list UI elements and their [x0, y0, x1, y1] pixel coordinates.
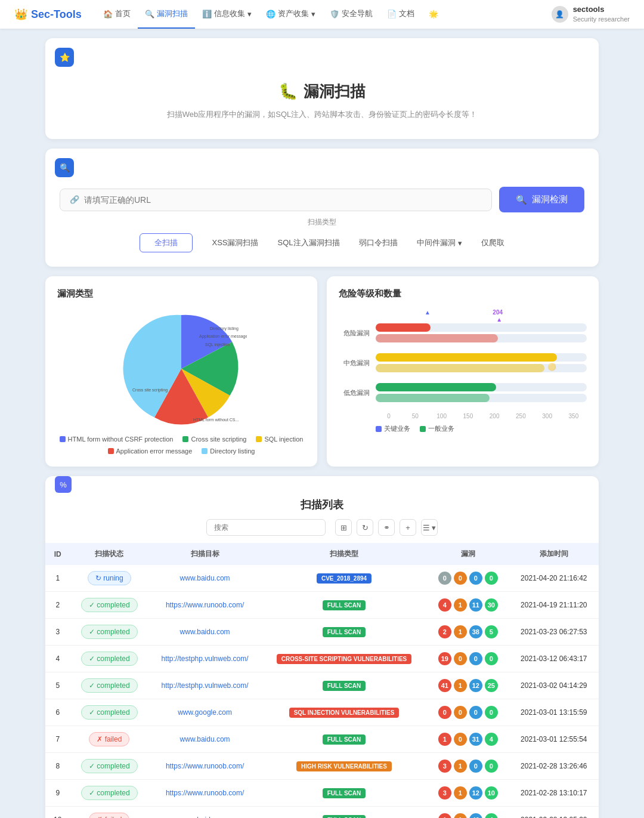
vuln-dot: 3	[438, 760, 451, 773]
cell-status: ↻ runing	[70, 565, 148, 592]
nav-star[interactable]: 🌟	[422, 0, 445, 29]
list-icon[interactable]: ☰ ▾	[421, 519, 438, 536]
asset-icon: 🌐	[266, 10, 275, 18]
bar-tracks-medium: 🟡	[376, 353, 587, 372]
target-link-5[interactable]: http://testphp.vulnweb.com/	[162, 681, 249, 690]
site-logo[interactable]: 👑 Sec-Tools	[14, 8, 82, 21]
chevron-down-icon: ▾	[458, 239, 462, 248]
cell-target[interactable]: https://www.runoob.com/	[148, 753, 261, 780]
cell-vulns: 0000	[427, 565, 509, 592]
cell-id: 2	[45, 592, 70, 619]
target-link-10[interactable]: www.baidu.com	[180, 816, 230, 818]
target-link-6[interactable]: www.google.com	[178, 708, 232, 717]
cell-scan-type: FULL SCAN	[261, 592, 427, 619]
cell-target[interactable]: http://testphp.vulnweb.com/	[148, 672, 261, 699]
cell-status: ✓ completed	[70, 699, 148, 726]
tab-crawl-only[interactable]: 仅爬取	[481, 237, 504, 248]
nav-home[interactable]: 🏠 首页	[96, 0, 138, 29]
vuln-dot: 0	[485, 652, 498, 665]
table-row: 10✗ failedwww.baidu.comFULL SCAN11404202…	[45, 807, 599, 819]
nav-security[interactable]: 🛡️ 安全导航	[323, 0, 380, 29]
target-link-8[interactable]: https://www.runoob.com/	[166, 762, 244, 770]
cell-scan-type: FULL SCAN	[261, 726, 427, 753]
bar-tracks-low	[376, 383, 587, 402]
tab-sql[interactable]: SQL注入漏洞扫描	[278, 237, 340, 248]
cell-time: 2021-03-01 12:55:54	[509, 726, 599, 753]
shield-icon: 🛡️	[330, 10, 339, 18]
cell-time: 2021-02-28 13:26:46	[509, 753, 599, 780]
site-name: Sec-Tools	[31, 8, 82, 21]
target-link-1[interactable]: www.baidu.com	[180, 574, 230, 582]
target-link-3[interactable]: www.baidu.com	[180, 628, 230, 636]
target-link-9[interactable]: https://www.runoob.com/	[166, 789, 244, 797]
nav-asset[interactable]: 🌐 资产收集 ▾	[259, 0, 323, 29]
dropdown-icon: ▾	[247, 10, 252, 18]
target-link-7[interactable]: www.baidu.com	[180, 735, 230, 743]
vuln-dot: 30	[485, 598, 498, 612]
bar-row-low: 低危漏洞	[339, 383, 587, 402]
vuln-dot: 0	[469, 652, 482, 665]
table-row: 2✓ completedhttps://www.runoob.com/FULL …	[45, 592, 599, 619]
cell-id: 4	[45, 646, 70, 672]
link-icon-toolbar[interactable]: ⚭	[378, 519, 395, 536]
user-role: Security researcher	[573, 15, 630, 23]
status-badge-6: ✓ completed	[81, 705, 138, 720]
vuln-dot: 0	[469, 706, 482, 719]
user-menu[interactable]: 👤 sectools Security researcher	[552, 5, 630, 23]
cell-time: 2021-02-28 13:05:20	[509, 807, 599, 819]
status-badge-9: ✓ completed	[81, 786, 138, 800]
table-search-input[interactable]	[206, 519, 326, 536]
cell-target[interactable]: www.baidu.com	[148, 807, 261, 819]
cell-vulns: 21385	[427, 619, 509, 646]
scan-button[interactable]: 🔍 漏洞检测	[499, 187, 584, 212]
doc-icon: 📄	[387, 10, 397, 18]
pie-label-xss: Cross site scripting	[132, 388, 168, 393]
scan-type-tag-10: FULL SCAN	[323, 815, 366, 819]
tab-weakpwd[interactable]: 弱口令扫描	[359, 237, 398, 248]
cell-target[interactable]: www.google.com	[148, 699, 261, 726]
col-target: 扫描目标	[148, 543, 261, 565]
legend-key-biz: 关键业务	[376, 424, 410, 433]
status-badge-3: ✓ completed	[81, 625, 138, 639]
header-row: ID 扫描状态 扫描目标 扫描类型 漏洞 添加时间	[45, 543, 599, 565]
grid-icon[interactable]: ⊞	[335, 519, 352, 536]
url-input-wrap[interactable]: 🔗	[60, 189, 492, 211]
cell-id: 5	[45, 672, 70, 699]
cell-target[interactable]: www.baidu.com	[148, 565, 261, 592]
cell-target[interactable]: www.baidu.com	[148, 619, 261, 646]
bug-icon: 🐛	[278, 82, 298, 101]
url-input[interactable]	[84, 195, 482, 205]
bar-label-danger: 危险漏洞	[339, 329, 370, 338]
cell-status: ✓ completed	[70, 646, 148, 672]
tab-full-scan[interactable]: 全扫描	[140, 233, 193, 252]
vuln-dot: 3	[438, 786, 451, 800]
col-type: 扫描类型	[261, 543, 427, 565]
cell-target[interactable]: www.baidu.com	[148, 726, 261, 753]
cell-target[interactable]: https://www.runoob.com/	[148, 780, 261, 807]
tab-middleware[interactable]: 中间件漏洞 ▾	[417, 237, 462, 248]
col-status: 扫描状态	[70, 543, 148, 565]
bar-row-medium: 中危漏洞 🟡	[339, 353, 587, 372]
nav-docs[interactable]: 📄 文档	[380, 0, 422, 29]
cell-target[interactable]: https://www.runoob.com/	[148, 592, 261, 619]
scan-tabs: 全扫描 XSS漏洞扫描 SQL注入漏洞扫描 弱口令扫描 中间件漏洞 ▾ 仅爬取	[60, 233, 584, 252]
target-link-2[interactable]: https://www.runoob.com/	[166, 601, 244, 609]
add-icon[interactable]: +	[400, 519, 416, 536]
scan-type-tag-8: HIGH RISK VULNERABILITIES	[296, 761, 392, 771]
tab-xss[interactable]: XSS漏洞扫描	[212, 237, 258, 248]
refresh-icon[interactable]: ↻	[357, 519, 373, 536]
legend-gen-biz: 一般业务	[420, 424, 454, 433]
scan-type-tag-5: FULL SCAN	[323, 681, 366, 691]
vuln-dot: 12	[469, 679, 482, 692]
scan-type-tag-2: FULL SCAN	[323, 600, 366, 610]
vuln-dot: 0	[438, 706, 451, 719]
cell-target[interactable]: http://testphp.vulnweb.com/	[148, 646, 261, 672]
target-link-4[interactable]: http://testphp.vulnweb.com/	[162, 655, 249, 663]
risk-chart: 危险等级和数量 ▲ 204 ▲ 危险漏洞	[327, 276, 599, 467]
vuln-dot: 1	[438, 813, 451, 818]
cell-vulns: 4111225	[427, 672, 509, 699]
nav-info-collect[interactable]: ℹ️ 信息收集 ▾	[195, 0, 259, 29]
legend-dot-gen	[420, 426, 426, 432]
status-badge-7: ✗ failed	[89, 732, 129, 746]
nav-vuln-scan[interactable]: 🔍 漏洞扫描	[138, 0, 195, 29]
